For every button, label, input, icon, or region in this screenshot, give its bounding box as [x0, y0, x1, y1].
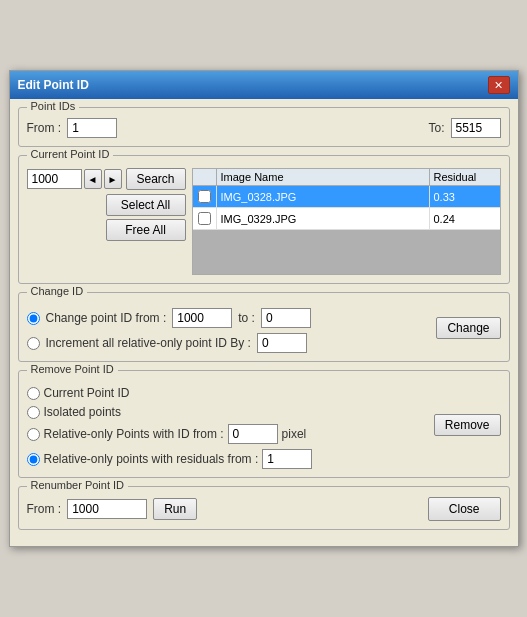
change-button[interactable]: Change	[436, 317, 500, 339]
row2-residual: 0.24	[430, 208, 500, 229]
remove-controls: Current Point ID Isolated points Relativ…	[27, 381, 313, 469]
window-title: Edit Point ID	[18, 78, 89, 92]
change-id-controls: Change point ID from : to : Increment al…	[27, 303, 311, 353]
change-to-input[interactable]	[261, 308, 311, 328]
change-radio2-label: Increment all relative-only point ID By …	[46, 336, 251, 350]
next-button[interactable]: ►	[104, 169, 122, 189]
remove-radio1-row: Current Point ID	[27, 386, 313, 400]
close-button[interactable]: Close	[428, 497, 501, 521]
table-empty-area	[193, 230, 500, 274]
remove-radio3-unit: pixel	[282, 427, 307, 441]
remove-radio4[interactable]	[27, 453, 40, 466]
change-row1: Change point ID from : to :	[27, 308, 311, 328]
row1-residual: 0.33	[430, 186, 500, 207]
renumber-group: Renumber Point ID From : Run Close	[18, 486, 510, 530]
image-table: Image Name Residual IMG_0328.JPG 0.33 IM…	[192, 168, 501, 275]
to-label: To:	[428, 121, 444, 135]
nav-row: ◄ ► Search	[27, 168, 186, 190]
remove-radio4-label: Relative-only points with residuals from…	[44, 452, 259, 466]
title-bar: Edit Point ID ✕	[10, 71, 518, 99]
row2-name: IMG_0329.JPG	[217, 208, 430, 229]
remove-radio2[interactable]	[27, 406, 40, 419]
change-id-group: Change ID Change point ID from : to : In…	[18, 292, 510, 362]
remove-radio2-label: Isolated points	[44, 405, 121, 419]
select-all-button[interactable]: Select All	[106, 194, 186, 216]
change-from-input[interactable]	[172, 308, 232, 328]
point-ids-group: Point IDs From : To:	[18, 107, 510, 147]
renumber-from-label: From :	[27, 502, 62, 516]
change-to-label: to :	[238, 311, 255, 325]
current-point-id-group: Current Point ID ◄ ► Search Select All F…	[18, 155, 510, 284]
change-row2: Increment all relative-only point ID By …	[27, 333, 311, 353]
change-radio2[interactable]	[27, 337, 40, 350]
increment-input[interactable]	[257, 333, 307, 353]
remove-radio2-row: Isolated points	[27, 405, 313, 419]
remove-radio1-label: Current Point ID	[44, 386, 130, 400]
change-id-label: Change ID	[27, 285, 88, 297]
row1-name: IMG_0328.JPG	[217, 186, 430, 207]
from-input[interactable]	[67, 118, 117, 138]
point-ids-label: Point IDs	[27, 100, 80, 112]
search-button[interactable]: Search	[126, 168, 186, 190]
renumber-from-input[interactable]	[67, 499, 147, 519]
table-row[interactable]: IMG_0328.JPG 0.33	[193, 186, 500, 208]
run-button[interactable]: Run	[153, 498, 197, 520]
change-radio1-label: Change point ID from :	[46, 311, 167, 325]
main-window: Edit Point ID ✕ Point IDs From : To: Cur…	[9, 70, 519, 547]
current-id-input[interactable]	[27, 169, 82, 189]
col-residual: Residual	[430, 169, 500, 185]
current-point-section: ◄ ► Search Select All Free All Image Nam…	[27, 168, 501, 275]
left-controls: ◄ ► Search Select All Free All	[27, 168, 186, 241]
remove-point-id-group: Remove Point ID Current Point ID Isolate…	[18, 370, 510, 478]
current-point-id-label: Current Point ID	[27, 148, 114, 160]
remove-radio3-row: Relative-only Points with ID from : pixe…	[27, 424, 313, 444]
remove-point-id-label: Remove Point ID	[27, 363, 118, 375]
remove-radio1[interactable]	[27, 387, 40, 400]
row2-checkbox[interactable]	[193, 208, 217, 229]
row1-checkbox[interactable]	[193, 186, 217, 207]
col-checkbox	[193, 169, 217, 185]
remove-radio3-label: Relative-only Points with ID from :	[44, 427, 224, 441]
remove-radio3[interactable]	[27, 428, 40, 441]
to-input[interactable]	[451, 118, 501, 138]
table-row[interactable]: IMG_0329.JPG 0.24	[193, 208, 500, 230]
window-body: Point IDs From : To: Current Point ID ◄ …	[10, 99, 518, 546]
remove-radio4-input[interactable]	[262, 449, 312, 469]
table-area: Image Name Residual IMG_0328.JPG 0.33 IM…	[192, 168, 501, 275]
remove-radio4-row: Relative-only points with residuals from…	[27, 449, 313, 469]
renumber-label: Renumber Point ID	[27, 479, 129, 491]
from-label: From :	[27, 121, 62, 135]
change-radio1[interactable]	[27, 312, 40, 325]
prev-button[interactable]: ◄	[84, 169, 102, 189]
renumber-row: From : Run	[27, 498, 198, 520]
table-header: Image Name Residual	[193, 169, 500, 186]
col-image-name: Image Name	[217, 169, 430, 185]
remove-radio3-input[interactable]	[228, 424, 278, 444]
window-close-button[interactable]: ✕	[488, 76, 510, 94]
remove-button[interactable]: Remove	[434, 414, 501, 436]
free-all-button[interactable]: Free All	[106, 219, 186, 241]
